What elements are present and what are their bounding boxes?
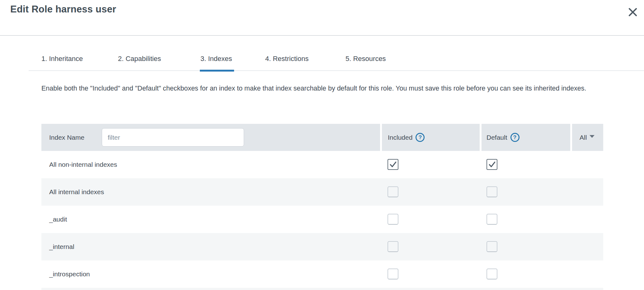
- included-checkbox[interactable]: [388, 269, 398, 279]
- indexes-help-text: Enable both the "Included" and "Default"…: [41, 82, 591, 95]
- included-header-label: Included: [388, 134, 412, 141]
- tab-resources[interactable]: 5. Resources: [346, 47, 386, 71]
- included-checkbox[interactable]: [388, 214, 398, 225]
- default-checkbox[interactable]: [487, 241, 497, 252]
- tab-capabilities[interactable]: 2. Capabilities: [118, 47, 161, 71]
- page-title: Edit Role harness user: [10, 4, 116, 15]
- index-filter-input[interactable]: [102, 128, 244, 147]
- title-divider: [0, 35, 644, 36]
- default-help-icon[interactable]: ?: [510, 133, 519, 142]
- included-help-icon[interactable]: ?: [416, 133, 425, 142]
- tab-restrictions[interactable]: 4. Restrictions: [265, 47, 308, 71]
- bulk-select-dropdown[interactable]: All: [572, 124, 603, 151]
- index-name-cell: _audit: [49, 206, 67, 233]
- tab-inheritance[interactable]: 1. Inheritance: [41, 47, 83, 71]
- included-checkbox[interactable]: [388, 159, 398, 170]
- table-row: All internal indexes: [41, 178, 603, 206]
- table-row: _audit: [41, 206, 603, 233]
- wizard-tab-bar: 1. Inheritance 2. Capabilities 3. Indexe…: [29, 47, 644, 71]
- index-name-header-label: Index Name: [49, 134, 84, 141]
- index-name-cell: All internal indexes: [49, 178, 104, 206]
- default-header-label: Default: [487, 134, 507, 141]
- checkmark-icon: [389, 160, 397, 168]
- column-header-included: Included ?: [382, 124, 480, 151]
- index-name-cell: All non-internal indexes: [49, 151, 117, 178]
- column-header-default: Default ?: [482, 124, 570, 151]
- default-checkbox[interactable]: [487, 214, 497, 225]
- checkmark-icon: [488, 160, 496, 168]
- indexes-table-header: Index Name Included ? Default ? All: [41, 124, 603, 151]
- caret-down-icon: [590, 135, 595, 138]
- table-row-partial: [41, 288, 603, 290]
- table-row: _introspection: [41, 260, 603, 288]
- bulk-select-label: All: [580, 134, 587, 141]
- table-row: _internal: [41, 233, 603, 260]
- indexes-table-body: All non-internal indexes All internal in…: [41, 151, 603, 290]
- column-header-index-name: Index Name: [41, 124, 380, 151]
- table-row: All non-internal indexes: [41, 151, 603, 178]
- default-checkbox[interactable]: [487, 269, 497, 279]
- default-checkbox[interactable]: [487, 159, 497, 170]
- indexes-table: Index Name Included ? Default ? All All …: [41, 124, 603, 290]
- close-icon: [628, 7, 637, 17]
- edit-role-modal: Edit Role harness user 1. Inheritance 2.…: [0, 0, 644, 290]
- included-checkbox[interactable]: [388, 241, 398, 252]
- index-name-cell: _internal: [49, 233, 74, 260]
- tab-indexes[interactable]: 3. Indexes: [200, 47, 232, 71]
- default-checkbox[interactable]: [487, 186, 497, 197]
- included-checkbox[interactable]: [388, 186, 398, 197]
- close-button[interactable]: [626, 6, 639, 19]
- index-name-cell: _introspection: [49, 260, 90, 288]
